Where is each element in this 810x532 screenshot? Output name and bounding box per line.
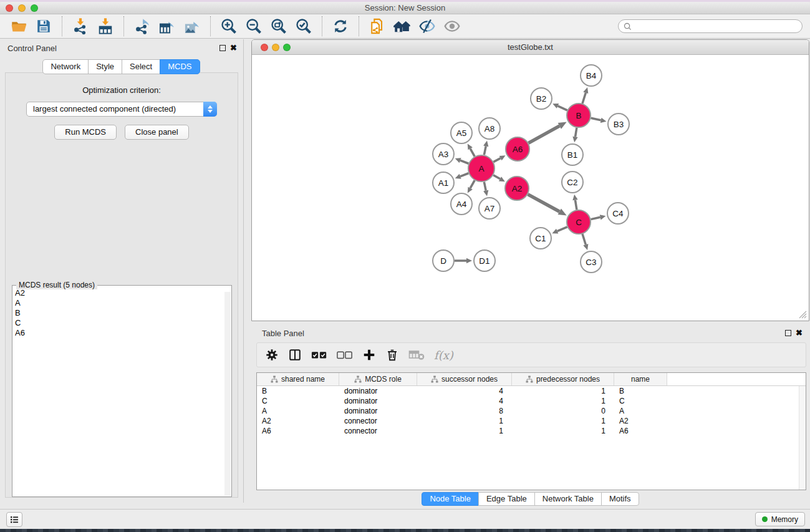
tab-node-table[interactable]: Node Table bbox=[422, 492, 479, 506]
table-cell[interactable]: 8 bbox=[417, 406, 512, 416]
table-cell[interactable]: 1 bbox=[417, 416, 512, 426]
unselect-all-icon[interactable] bbox=[337, 346, 353, 364]
column-header-shared-name[interactable]: shared name bbox=[257, 373, 339, 385]
zoom-selected-icon[interactable] bbox=[294, 16, 314, 37]
task-history-button[interactable] bbox=[6, 512, 22, 527]
tab-mcds[interactable]: MCDS bbox=[160, 59, 200, 74]
search-box[interactable] bbox=[618, 19, 803, 33]
delete-column-icon[interactable] bbox=[408, 346, 425, 364]
search-input[interactable] bbox=[635, 22, 797, 31]
table-row[interactable]: Cdominator41C bbox=[257, 396, 806, 406]
table-cell[interactable]: 1 bbox=[512, 416, 614, 426]
eye-icon[interactable] bbox=[442, 16, 462, 37]
table-cell[interactable]: A2 bbox=[257, 416, 339, 426]
table-cell[interactable]: 4 bbox=[417, 386, 512, 396]
table-cell[interactable]: dominator bbox=[339, 406, 417, 416]
float-panel-icon[interactable] bbox=[785, 330, 791, 336]
hide-details-icon[interactable] bbox=[417, 16, 437, 37]
arrowhead-icon bbox=[466, 258, 472, 263]
main-toolbar bbox=[0, 14, 810, 39]
mcds-result-item[interactable]: A6 bbox=[15, 328, 224, 338]
resize-grip-icon[interactable] bbox=[799, 311, 807, 319]
column-header-MCDS-role[interactable]: MCDS role bbox=[339, 373, 417, 385]
result-scrollbar[interactable] bbox=[224, 292, 231, 496]
tab-style[interactable]: Style bbox=[88, 59, 122, 74]
clone-network-icon[interactable] bbox=[367, 16, 387, 37]
table-cell[interactable]: 1 bbox=[512, 426, 614, 436]
table-cell[interactable]: B bbox=[257, 386, 339, 396]
tab-edge-table[interactable]: Edge Table bbox=[478, 492, 535, 506]
gear-icon[interactable] bbox=[265, 346, 279, 364]
export-network-icon[interactable] bbox=[132, 16, 152, 37]
fx-label: f(x) bbox=[434, 349, 453, 362]
mcds-result-item[interactable]: B bbox=[15, 308, 224, 318]
column-header-name[interactable]: name bbox=[614, 373, 667, 385]
table-cell[interactable]: 0 bbox=[512, 406, 614, 416]
import-table-icon[interactable] bbox=[95, 16, 115, 37]
close-panel-button[interactable]: Close panel bbox=[125, 125, 189, 140]
refresh-icon[interactable] bbox=[330, 16, 350, 37]
table-cell[interactable]: connector bbox=[339, 416, 417, 426]
export-image-icon[interactable] bbox=[182, 16, 202, 37]
table-cell[interactable]: A bbox=[614, 406, 667, 416]
import-network-icon[interactable] bbox=[70, 16, 90, 37]
table-cell[interactable]: A2 bbox=[614, 416, 667, 426]
close-panel-icon[interactable]: ✖ bbox=[796, 328, 803, 337]
column-header-predecessor-nodes[interactable]: predecessor nodes bbox=[512, 373, 614, 385]
network-zoom-button[interactable] bbox=[283, 44, 291, 51]
table-cell[interactable]: C bbox=[257, 396, 339, 406]
network-minimize-button[interactable] bbox=[272, 44, 279, 51]
table-cell[interactable]: B bbox=[614, 386, 667, 396]
memory-button[interactable]: Memory bbox=[755, 512, 805, 526]
table-cell[interactable]: 1 bbox=[512, 386, 614, 396]
home-icon[interactable] bbox=[392, 16, 412, 37]
add-column-icon[interactable] bbox=[362, 346, 376, 364]
network-close-button[interactable] bbox=[261, 44, 268, 51]
network-canvas[interactable]: B4B2BB3A8A5A6A3B1AC2A1A2A4A7C4CC1DD1C3 bbox=[253, 56, 808, 320]
arrowhead-icon bbox=[600, 215, 606, 220]
table-cell[interactable]: A6 bbox=[614, 426, 667, 436]
table-cell[interactable]: 1 bbox=[417, 426, 512, 436]
mcds-result-item[interactable]: C bbox=[15, 318, 224, 328]
zoom-window-button[interactable] bbox=[31, 4, 38, 12]
table-row[interactable]: Adominator80A bbox=[257, 406, 806, 416]
column-header-successor-nodes[interactable]: successor nodes bbox=[417, 373, 512, 385]
table-cell[interactable]: connector bbox=[339, 426, 417, 436]
table-scrollbar[interactable] bbox=[799, 386, 806, 490]
table-cell[interactable]: A bbox=[257, 406, 339, 416]
table-row[interactable]: A6connector11A6 bbox=[257, 426, 806, 436]
table-cell[interactable]: 1 bbox=[512, 396, 614, 406]
minimize-window-button[interactable] bbox=[18, 4, 26, 12]
zoom-fit-icon[interactable] bbox=[269, 16, 289, 37]
zoom-out-icon[interactable] bbox=[244, 16, 264, 37]
table-cell[interactable]: A6 bbox=[257, 426, 339, 436]
mcds-result-item[interactable]: A bbox=[15, 298, 224, 308]
save-session-icon[interactable] bbox=[34, 16, 54, 37]
export-table-icon[interactable] bbox=[157, 16, 177, 37]
tab-select[interactable]: Select bbox=[122, 59, 160, 74]
tab-network-table[interactable]: Network Table bbox=[534, 492, 602, 506]
mcds-result-item[interactable]: A2 bbox=[15, 288, 224, 298]
control-panel-title: Control Panel bbox=[7, 44, 57, 53]
node-label-A5: A5 bbox=[456, 128, 467, 138]
toolbar-separator bbox=[123, 16, 124, 36]
delete-icon[interactable] bbox=[385, 346, 399, 364]
criterion-dropdown[interactable]: largest connected component (directed) bbox=[26, 102, 217, 117]
split-columns-icon[interactable] bbox=[288, 346, 302, 364]
select-all-icon[interactable] bbox=[311, 346, 327, 364]
zoom-in-icon[interactable] bbox=[219, 16, 239, 37]
table-cell[interactable]: C bbox=[614, 396, 667, 406]
table-row[interactable]: A2connector11A2 bbox=[257, 416, 806, 426]
open-session-icon[interactable] bbox=[9, 16, 29, 37]
tab-network[interactable]: Network bbox=[42, 59, 89, 74]
table-cell[interactable]: dominator bbox=[339, 386, 417, 396]
table-cell[interactable]: dominator bbox=[339, 396, 417, 406]
table-cell[interactable]: 4 bbox=[417, 396, 512, 406]
close-panel-icon[interactable]: ✖ bbox=[230, 43, 237, 52]
function-builder-icon[interactable]: f(x) bbox=[434, 346, 453, 364]
run-mcds-button[interactable]: Run MCDS bbox=[54, 125, 117, 140]
close-window-button[interactable] bbox=[6, 4, 13, 12]
tab-motifs[interactable]: Motifs bbox=[601, 492, 639, 506]
float-panel-icon[interactable] bbox=[219, 45, 226, 51]
table-row[interactable]: Bdominator41B bbox=[257, 386, 806, 396]
